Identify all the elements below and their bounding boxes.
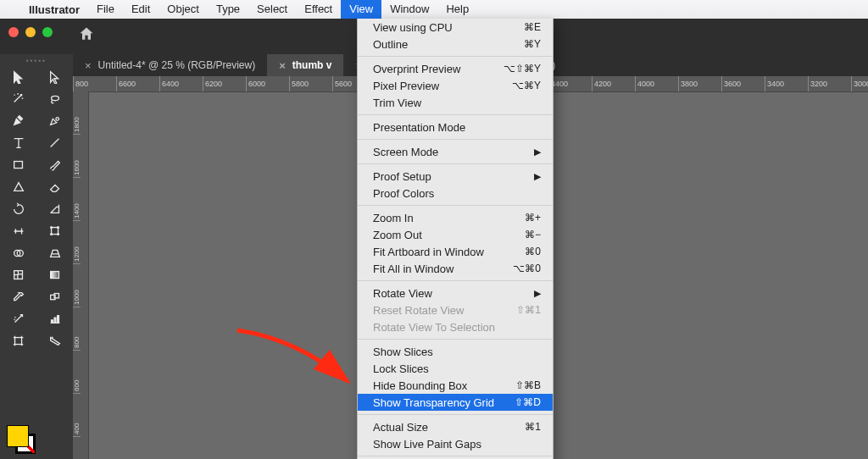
selection-tool[interactable]	[0, 66, 36, 88]
svg-rect-0	[14, 162, 22, 169]
document-tab[interactable]: ×thumb v	[267, 54, 343, 76]
menu-type[interactable]: Type	[208, 0, 248, 19]
ruler-tick: 1800	[73, 91, 81, 135]
ruler-tick: 6000	[246, 76, 289, 91]
document-tab[interactable]: ×Untitled-4* @ 25 % (RGB/Preview)	[73, 54, 267, 76]
ruler-tick: 3400	[765, 76, 808, 91]
mesh-tool[interactable]	[0, 264, 36, 286]
ruler-tick: 3000	[851, 76, 868, 91]
menu-item-proof-colors[interactable]: Proof Colors	[358, 185, 553, 202]
menu-item-label: Pixel Preview	[373, 80, 439, 92]
menu-item-actual-size[interactable]: Actual Size⌘1	[358, 418, 553, 435]
menu-item-label: Proof Colors	[373, 187, 434, 200]
menu-file[interactable]: File	[88, 0, 123, 19]
gradient-tool[interactable]	[36, 264, 73, 286]
pen-tool[interactable]	[0, 110, 36, 132]
menu-item-rotate-view-to-selection: Rotate View To Selection	[358, 318, 553, 335]
menu-item-outline[interactable]: Outline⌘Y	[358, 36, 553, 53]
menu-effect[interactable]: Effect	[296, 0, 341, 19]
submenu-arrow-icon: ▶	[534, 288, 541, 299]
menu-item-label: Rotate View	[373, 287, 432, 300]
menu-item-show-slices[interactable]: Show Slices	[358, 343, 553, 360]
menu-item-trim-view[interactable]: Trim View	[358, 94, 553, 111]
menu-item-label: Show Slices	[373, 346, 433, 358]
app-name[interactable]: Illustrator	[20, 3, 88, 16]
minimize-window-button[interactable]	[25, 27, 36, 37]
menu-window[interactable]: Window	[381, 0, 437, 19]
menu-item-presentation-mode[interactable]: Presentation Mode	[358, 119, 553, 135]
menu-item-lock-slices[interactable]: Lock Slices	[358, 360, 553, 377]
menu-select[interactable]: Select	[248, 0, 296, 19]
menu-separator	[358, 456, 553, 456]
eyedropper-tool[interactable]	[0, 286, 36, 308]
lasso-tool[interactable]	[36, 88, 73, 110]
menu-item-fit-artboard-in-window[interactable]: Fit Artboard in Window⌘0	[358, 243, 553, 260]
width-tool[interactable]	[0, 220, 36, 242]
menu-item-proof-setup[interactable]: Proof Setup▶	[358, 168, 553, 185]
paintbrush-tool[interactable]	[36, 154, 73, 176]
fill-stroke-swatch[interactable]	[7, 425, 36, 454]
menu-item-rotate-view[interactable]: Rotate View▶	[358, 285, 553, 301]
menu-view[interactable]: View	[341, 0, 381, 19]
menu-item-zoom-in[interactable]: Zoom In⌘+	[358, 209, 553, 226]
menu-separator	[358, 56, 553, 57]
column-graph-tool[interactable]	[36, 308, 73, 330]
menu-shortcut: ⌥⌘Y	[512, 80, 541, 91]
menu-item-screen-mode[interactable]: Screen Mode▶	[358, 143, 553, 160]
menu-item-overprint-preview[interactable]: Overprint Preview⌥⇧⌘Y	[358, 60, 553, 77]
shaper-tool[interactable]	[0, 176, 36, 198]
menu-item-hide-bounding-box[interactable]: Hide Bounding Box⇧⌘B	[358, 377, 553, 394]
menu-item-zoom-out[interactable]: Zoom Out⌘−	[358, 226, 553, 243]
line-tool[interactable]	[36, 132, 73, 154]
type-tool[interactable]	[0, 132, 36, 154]
blend-tool[interactable]	[36, 286, 73, 308]
perspective-tool[interactable]	[36, 242, 73, 264]
menu-item-pixel-preview[interactable]: Pixel Preview⌥⌘Y	[358, 77, 553, 94]
direct-selection-tool[interactable]	[36, 66, 73, 88]
close-tab-icon[interactable]: ×	[85, 59, 92, 72]
menu-separator	[358, 339, 553, 340]
rotate-tool[interactable]	[0, 198, 36, 220]
toolbar-grip[interactable]: ▪▪▪▪▪	[0, 54, 73, 66]
symbol-sprayer-tool[interactable]	[0, 308, 36, 330]
svg-point-5	[57, 234, 58, 235]
ruler-tick: 600	[73, 351, 81, 394]
close-window-button[interactable]	[8, 27, 19, 37]
menu-item-label: Show Live Paint Gaps	[373, 438, 481, 451]
rectangle-tool[interactable]	[0, 154, 36, 176]
menu-edit[interactable]: Edit	[123, 0, 159, 19]
eraser-tool[interactable]	[36, 176, 73, 198]
menu-shortcut: ⌘Y	[524, 38, 541, 50]
ruler-tick: 1200	[73, 221, 81, 264]
curvature-tool[interactable]	[36, 110, 73, 132]
menu-item-label: Fit All in Window	[373, 263, 453, 275]
slice-tool[interactable]	[36, 330, 73, 352]
menu-item-show-live-paint-gaps[interactable]: Show Live Paint Gaps	[358, 435, 553, 452]
close-tab-icon[interactable]: ×	[279, 59, 286, 72]
home-icon[interactable]	[78, 25, 95, 47]
artboard-tool[interactable]	[0, 330, 36, 352]
menu-help[interactable]: Help	[437, 0, 477, 19]
ruler-vertical: 18001600140012001000800600400200	[73, 91, 89, 459]
free-transform-tool[interactable]	[36, 220, 73, 242]
menu-item-fit-all-in-window[interactable]: Fit All in Window⌥⌘0	[358, 260, 553, 277]
menu-object[interactable]: Object	[159, 0, 208, 19]
ruler-tick: 200	[73, 437, 81, 459]
ruler-tick: 3200	[808, 76, 851, 91]
menu-shortcut: ⇧⌘1	[516, 304, 541, 316]
magic-wand-tool[interactable]	[0, 88, 36, 110]
ruler-tick: 4400	[548, 76, 592, 91]
menu-item-show-transparency-grid[interactable]: Show Transparency Grid⇧⌘D	[358, 394, 553, 411]
shape-builder-tool[interactable]	[0, 242, 36, 264]
menu-item-reset-rotate-view: Reset Rotate View⇧⌘1	[358, 301, 553, 318]
fill-swatch[interactable]	[7, 425, 29, 447]
tab-label: thumb v	[292, 59, 332, 71]
ruler-tick: 6400	[159, 76, 203, 91]
submenu-arrow-icon: ▶	[534, 171, 541, 182]
ruler-tick: 5800	[289, 76, 332, 91]
svg-point-4	[50, 234, 52, 235]
scale-tool[interactable]	[36, 198, 73, 220]
svg-rect-12	[14, 338, 21, 345]
zoom-window-button[interactable]	[42, 27, 53, 37]
menu-item-view-using-cpu[interactable]: View using CPU⌘E	[358, 19, 553, 36]
